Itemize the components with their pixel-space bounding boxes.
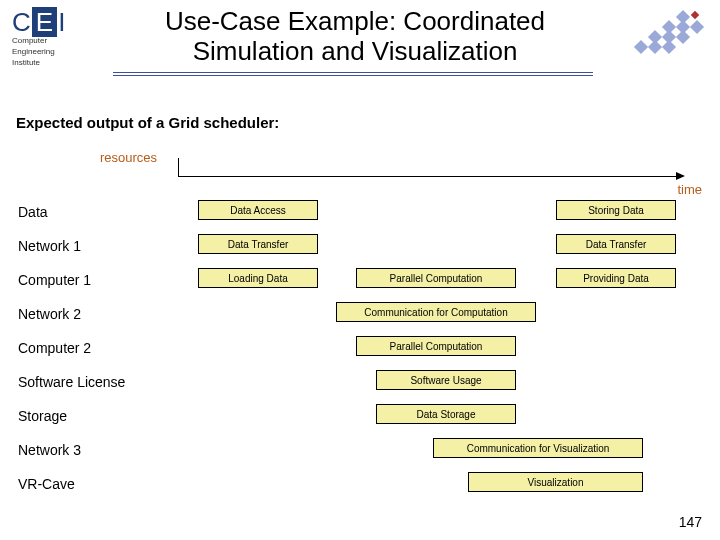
svg-rect-6 bbox=[676, 30, 690, 44]
resource-label: Computer 1 bbox=[18, 272, 173, 288]
gantt-bar: Data Transfer bbox=[198, 234, 318, 254]
logo-sub3: Institute bbox=[12, 58, 94, 67]
subtitle: Expected output of a Grid scheduler: bbox=[16, 114, 279, 131]
chart-axes bbox=[178, 158, 698, 178]
resource-label: VR-Cave bbox=[18, 476, 173, 492]
resource-row: Network 2Communication for Computation bbox=[18, 302, 708, 332]
resource-row: DataData AccessStoring Data bbox=[18, 200, 708, 230]
gantt-bar: Data Access bbox=[198, 200, 318, 220]
x-axis-arrow-icon bbox=[676, 172, 685, 180]
resource-label: Storage bbox=[18, 408, 173, 424]
resource-lane: Visualization bbox=[178, 472, 698, 494]
resource-row: Software LicenseSoftware Usage bbox=[18, 370, 708, 400]
svg-rect-10 bbox=[691, 11, 699, 19]
resource-label: Network 3 bbox=[18, 442, 173, 458]
diamond-decoration-icon bbox=[606, 8, 706, 68]
resource-lane: Data Storage bbox=[178, 404, 698, 426]
resource-row: Network 3Communication for Visualization bbox=[18, 438, 708, 468]
gantt-bar: Parallel Computation bbox=[356, 268, 516, 288]
resource-row: Computer 1Loading DataParallel Computati… bbox=[18, 268, 708, 298]
gantt-bar: Software Usage bbox=[376, 370, 516, 390]
slide-title: Use-Case Example: Coordinated Simulation… bbox=[115, 6, 595, 66]
resource-row: VR-CaveVisualization bbox=[18, 472, 708, 502]
resource-lane: Parallel Computation bbox=[178, 336, 698, 358]
title-line1: Use-Case Example: Coordinated bbox=[165, 6, 545, 36]
title-line2: Simulation and Visualization bbox=[193, 36, 518, 66]
gantt-bar: Parallel Computation bbox=[356, 336, 516, 356]
logo-letters: CEI bbox=[12, 10, 94, 34]
y-axis-label: resources bbox=[100, 150, 157, 165]
page-number: 147 bbox=[679, 514, 702, 530]
resource-label: Network 2 bbox=[18, 306, 173, 322]
resource-lane: Data TransferData Transfer bbox=[178, 234, 698, 256]
resource-lane: Communication for Computation bbox=[178, 302, 698, 324]
resource-row: StorageData Storage bbox=[18, 404, 708, 434]
cei-logo: CEI Computer Engineering Institute bbox=[12, 10, 94, 67]
resource-lane: Communication for Visualization bbox=[178, 438, 698, 460]
gantt-bar: Data Storage bbox=[376, 404, 516, 424]
x-axis-line bbox=[178, 176, 678, 177]
resource-row: Network 1Data TransferData Transfer bbox=[18, 234, 708, 264]
resource-label: Computer 2 bbox=[18, 340, 173, 356]
gantt-bar: Visualization bbox=[468, 472, 643, 492]
resource-lane: Loading DataParallel ComputationProvidin… bbox=[178, 268, 698, 290]
resource-lane: Software Usage bbox=[178, 370, 698, 392]
gantt-bar: Loading Data bbox=[198, 268, 318, 288]
gantt-bar: Communication for Visualization bbox=[433, 438, 643, 458]
svg-rect-7 bbox=[634, 40, 648, 54]
gantt-bar: Providing Data bbox=[556, 268, 676, 288]
y-axis-line bbox=[178, 158, 179, 176]
x-axis-label: time bbox=[677, 182, 702, 197]
logo-sub2: Engineering bbox=[12, 47, 94, 56]
svg-rect-8 bbox=[648, 40, 662, 54]
resource-row: Computer 2Parallel Computation bbox=[18, 336, 708, 366]
gantt-bar: Data Transfer bbox=[556, 234, 676, 254]
resource-label: Software License bbox=[18, 374, 173, 390]
resource-lane: Data AccessStoring Data bbox=[178, 200, 698, 222]
svg-rect-9 bbox=[662, 40, 676, 54]
gantt-bar: Storing Data bbox=[556, 200, 676, 220]
title-underline bbox=[113, 72, 593, 76]
gantt-rows: DataData AccessStoring DataNetwork 1Data… bbox=[18, 200, 708, 506]
gantt-bar: Communication for Computation bbox=[336, 302, 536, 322]
resource-label: Data bbox=[18, 204, 173, 220]
resource-label: Network 1 bbox=[18, 238, 173, 254]
slide-header: CEI Computer Engineering Institute Use-C… bbox=[0, 0, 720, 84]
svg-rect-3 bbox=[690, 20, 704, 34]
logo-sub1: Computer bbox=[12, 36, 94, 45]
